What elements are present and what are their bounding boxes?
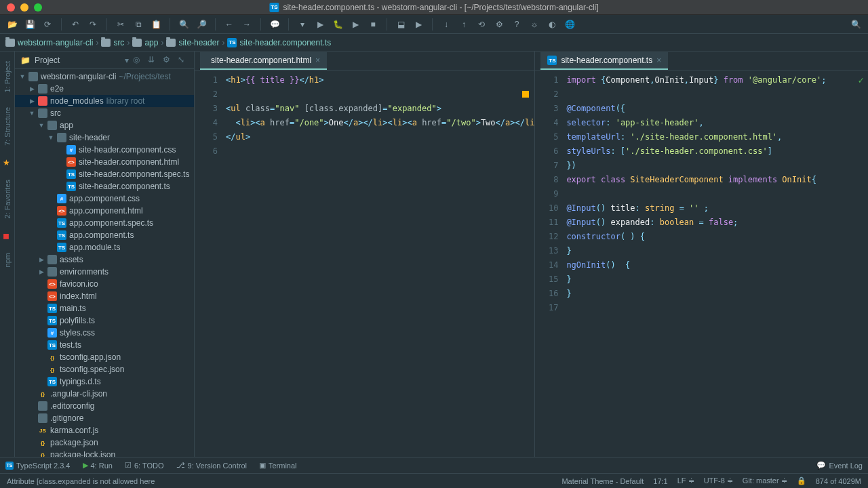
nav-forward-button[interactable]: → <box>240 18 254 31</box>
theme-status[interactable]: Material Theme - Default <box>561 477 644 485</box>
open-button[interactable]: 📂 <box>5 18 19 31</box>
tree-item[interactable]: <>app.component.html <box>15 205 194 217</box>
settings-icon[interactable]: ⚙ <box>163 55 174 66</box>
tab-ts-file[interactable]: TS site-header.component.ts × <box>540 52 668 70</box>
tree-item[interactable]: <>favicon.ico <box>15 278 194 290</box>
tree-item[interactable]: TSmain.ts <box>15 302 194 314</box>
browser-button[interactable]: 🌐 <box>563 18 576 31</box>
close-tab-icon[interactable]: × <box>315 56 320 65</box>
memory-status[interactable]: 874 of 4029M <box>816 477 861 485</box>
run-anything-button[interactable]: ▶ <box>412 18 425 31</box>
project-tool-button[interactable]: 1: Project <box>3 58 12 95</box>
project-tree[interactable]: ▼webstorm-angular-cli ~/Projects/test▶e2… <box>15 69 194 457</box>
tree-item[interactable]: ▶assets <box>15 253 194 266</box>
vcs-commit-button[interactable]: ↑ <box>457 18 471 31</box>
tree-item[interactable]: ▶e2e <box>15 83 194 95</box>
run-button[interactable]: ▶ <box>313 18 327 31</box>
chat-button[interactable]: 💬 <box>268 18 281 31</box>
run-tool-button[interactable]: ▶4: Run <box>83 461 113 470</box>
tree-item[interactable]: <>site-header.component.html <box>15 156 194 168</box>
line-col-status[interactable]: 17:1 <box>653 477 667 485</box>
crumb-project[interactable]: webstorm-angular-cli <box>5 38 93 47</box>
tree-item[interactable]: TSapp.component.ts <box>15 229 194 241</box>
tree-item[interactable]: TStest.ts <box>15 339 194 351</box>
terminal-tool-button[interactable]: ▣Terminal <box>259 461 297 470</box>
crumb-app[interactable]: app <box>132 38 158 47</box>
tree-item[interactable]: ▼app <box>15 119 194 131</box>
lock-icon[interactable]: 🔒 <box>797 476 806 485</box>
search-everywhere-button[interactable]: 🔍 <box>849 18 863 31</box>
tree-item[interactable]: ▶node_modules library root <box>15 95 194 107</box>
crumb-siteheader[interactable]: site-header <box>166 38 219 47</box>
debug-button[interactable]: 🐛 <box>331 18 344 31</box>
tree-item[interactable]: {}.angular-cli.json <box>15 388 194 400</box>
typescript-status[interactable]: TSTypeScript 2.3.4 <box>5 462 71 470</box>
vcs-update-button[interactable]: ↓ <box>439 18 453 31</box>
vcs-history-button[interactable]: ⟲ <box>475 18 488 31</box>
tree-item[interactable]: JSkarma.conf.js <box>15 424 194 436</box>
tree-item[interactable]: TSapp.module.ts <box>15 241 194 253</box>
replace-button[interactable]: 🔎 <box>195 18 208 31</box>
encoding-status[interactable]: UTF-8 ≑ <box>704 476 733 485</box>
sync-button[interactable]: ⟳ <box>41 18 54 31</box>
tab-html-file[interactable]: site-header.component.html × <box>200 52 327 70</box>
todo-tool-button[interactable]: ☑6: TODO <box>125 461 164 470</box>
tree-item[interactable]: <>index.html <box>15 290 194 302</box>
coverage-button[interactable]: ▶ <box>349 18 362 31</box>
undo-button[interactable]: ↶ <box>68 18 82 31</box>
tree-item[interactable]: TSsite-header.component.ts <box>15 180 194 192</box>
window-minimize-button[interactable] <box>20 3 28 12</box>
window-maximize-button[interactable] <box>34 3 42 12</box>
tree-item[interactable]: ▼site-header <box>15 131 194 144</box>
target-icon[interactable]: ◎ <box>133 55 144 66</box>
tree-item[interactable]: {}package-lock.json <box>15 449 194 457</box>
npm-tool-button[interactable]: npm <box>3 250 12 270</box>
paste-button[interactable]: 📋 <box>149 18 163 31</box>
stop-button[interactable]: ■ <box>366 18 380 31</box>
tree-item[interactable]: #styles.css <box>15 327 194 339</box>
line-ending-status[interactable]: LF ≑ <box>677 476 694 485</box>
code-editor-ts[interactable]: 1234567891011121314151617 ✓ import {Comp… <box>535 70 868 457</box>
settings-gear-icon[interactable]: ⚙ <box>492 18 506 31</box>
tree-item[interactable]: #site-header.component.css <box>15 144 194 156</box>
tree-item[interactable]: ▼src <box>15 107 194 119</box>
tree-item[interactable]: .editorconfig <box>15 400 194 412</box>
event-log-button[interactable]: 💬Event Log <box>816 461 863 470</box>
dropdown-icon[interactable]: ▾ <box>125 56 129 65</box>
tree-item[interactable]: TSapp.component.spec.ts <box>15 217 194 229</box>
tree-item[interactable]: .gitignore <box>15 412 194 424</box>
git-branch-status[interactable]: Git: master ≑ <box>743 476 787 485</box>
crumb-src[interactable]: src <box>101 38 124 47</box>
tree-item[interactable]: {}tsconfig.app.json <box>15 351 194 363</box>
favorites-tool-button[interactable]: 2: Favorites <box>3 177 12 221</box>
tree-item[interactable]: ▶environments <box>15 266 194 278</box>
crumb-file[interactable]: TSsite-header.component.ts <box>227 38 331 47</box>
profiler-button[interactable]: ◐ <box>545 18 559 31</box>
attach-button[interactable]: ⬓ <box>394 18 408 31</box>
copy-button[interactable]: ⧉ <box>132 18 145 31</box>
hide-icon[interactable]: ⤡ <box>178 55 189 66</box>
tree-item[interactable]: ▼webstorm-angular-cli ~/Projects/test <box>15 70 194 83</box>
vcs-tool-button[interactable]: ⎇9: Version Control <box>176 461 247 470</box>
tree-item[interactable]: {}package.json <box>15 436 194 449</box>
favorites-star-icon[interactable]: ★ <box>3 158 12 167</box>
npm-tool-icon[interactable]: ◼ <box>3 231 12 241</box>
run-config-dropdown[interactable]: ▾ <box>296 18 309 31</box>
tree-item[interactable]: TSpolyfills.ts <box>15 314 194 327</box>
tree-item[interactable]: #app.component.css <box>15 192 194 205</box>
collapse-icon[interactable]: ⇊ <box>148 55 159 66</box>
code-editor-html[interactable]: 123456 <h1>{{ title }}</h1><ul class="na… <box>195 70 534 457</box>
help-button[interactable]: ? <box>510 18 524 31</box>
tree-item[interactable]: TStypings.d.ts <box>15 375 194 388</box>
nav-back-button[interactable]: ← <box>222 18 236 31</box>
close-tab-icon[interactable]: × <box>656 56 661 65</box>
window-close-button[interactable] <box>7 3 15 12</box>
tree-item[interactable]: TSsite-header.component.spec.ts <box>15 168 194 180</box>
cut-button[interactable]: ✂ <box>114 18 127 31</box>
tree-item[interactable]: {}tsconfig.spec.json <box>15 363 194 375</box>
find-button[interactable]: 🔍 <box>177 18 191 31</box>
save-button[interactable]: 💾 <box>23 18 37 31</box>
structure-tool-button[interactable]: 7: Structure <box>3 104 12 148</box>
redo-button[interactable]: ↷ <box>86 18 100 31</box>
tools-button[interactable]: ☼ <box>528 18 541 31</box>
